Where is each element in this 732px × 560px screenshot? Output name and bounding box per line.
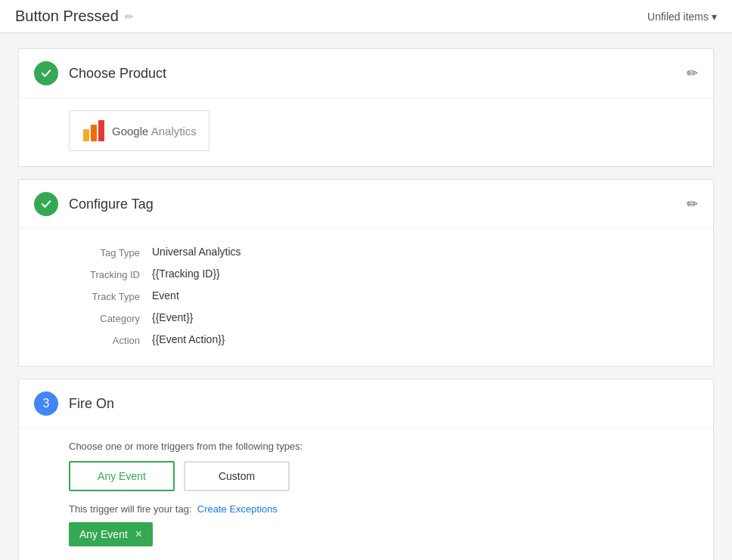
analytics-text: Analytics xyxy=(151,125,197,138)
choose-product-section: Choose Product ✏ Google Analytics xyxy=(18,48,714,167)
fire-on-header: 3 Fire On xyxy=(19,379,713,429)
configure-tag-header-left: Configure Tag xyxy=(34,192,154,216)
configure-tag-section: Configure Tag ✏ Tag Type Universal Analy… xyxy=(18,179,714,367)
field-label-tracking-id: Tracking ID xyxy=(69,268,152,280)
choose-product-body: Google Analytics xyxy=(19,98,713,166)
svg-rect-1 xyxy=(91,125,97,141)
trigger-buttons-group: Any Event Custom xyxy=(69,461,698,491)
field-value-track-type: Event xyxy=(152,289,179,302)
fire-on-header-left: 3 Fire On xyxy=(34,391,114,416)
field-value-tag-type: Universal Analytics xyxy=(152,246,241,258)
field-row-category: Category {{Event}} xyxy=(69,307,698,329)
field-row-action: Action {{Event Action}} xyxy=(69,329,698,351)
field-row-tracking-id: Tracking ID {{Tracking ID}} xyxy=(69,263,698,285)
svg-rect-0 xyxy=(83,129,89,141)
field-value-tracking-id: {{Tracking ID}} xyxy=(152,268,220,280)
title-edit-icon[interactable]: ✏ xyxy=(125,11,134,23)
top-bar: Button Pressed ✏ Unfiled items ▾ xyxy=(0,0,732,33)
fire-on-section: 3 Fire On Choose one or more triggers fr… xyxy=(18,379,714,560)
field-label-category: Category xyxy=(69,311,152,324)
selected-tags-list: Any Event × xyxy=(69,522,698,546)
choose-product-header: Choose Product ✏ xyxy=(19,49,713,98)
tag-chip-close-icon[interactable]: × xyxy=(135,528,142,540)
configure-tag-header: Configure Tag ✏ xyxy=(19,180,713,229)
main-content: Choose Product ✏ Google Analytics xyxy=(0,33,732,560)
triggers-prompt: Choose one or more triggers from the fol… xyxy=(69,441,698,452)
custom-trigger-button[interactable]: Custom xyxy=(184,461,290,491)
choose-product-header-left: Choose Product xyxy=(34,61,166,85)
configure-tag-check-icon xyxy=(34,192,58,216)
unfiled-items-button[interactable]: Unfiled items ▾ xyxy=(647,11,717,23)
choose-product-title: Choose Product xyxy=(69,66,166,82)
field-label-track-type: Track Type xyxy=(69,289,152,302)
choose-product-edit-icon[interactable]: ✏ xyxy=(687,65,698,82)
ga-logo-icon xyxy=(82,119,106,143)
any-event-tag-chip: Any Event × xyxy=(69,522,153,546)
chevron-down-icon: ▾ xyxy=(712,11,717,23)
field-label-tag-type: Tag Type xyxy=(69,246,152,258)
any-event-trigger-button[interactable]: Any Event xyxy=(69,461,175,491)
fire-on-title: Fire On xyxy=(69,396,114,412)
selected-triggers-label: This trigger will fire your tag: Create … xyxy=(69,503,698,515)
choose-product-check-icon xyxy=(34,61,58,85)
field-row-track-type: Track Type Event xyxy=(69,285,698,307)
selected-trigger-text: This trigger will fire your tag: xyxy=(69,503,192,515)
page-title: Button Pressed xyxy=(15,8,119,25)
product-badge: Google Analytics xyxy=(69,110,209,151)
configure-tag-body: Tag Type Universal Analytics Tracking ID… xyxy=(19,229,713,366)
configure-tag-title: Configure Tag xyxy=(69,196,154,212)
tag-chip-label: Any Event xyxy=(79,528,128,540)
create-exceptions-link[interactable]: Create Exceptions xyxy=(197,503,278,515)
fire-on-step-number: 3 xyxy=(34,391,58,416)
fire-on-body: Choose one or more triggers from the fol… xyxy=(19,429,713,560)
field-value-category: {{Event}} xyxy=(152,311,194,323)
field-label-action: Action xyxy=(69,333,152,346)
field-row-tag-type: Tag Type Universal Analytics xyxy=(69,241,698,263)
svg-rect-2 xyxy=(98,120,104,141)
unfiled-items-label: Unfiled items xyxy=(647,11,709,23)
configure-tag-edit-icon[interactable]: ✏ xyxy=(687,196,698,212)
google-text: Google xyxy=(112,125,151,138)
field-value-action: {{Event Action}} xyxy=(152,333,225,345)
tag-fields: Tag Type Universal Analytics Tracking ID… xyxy=(69,241,698,351)
google-analytics-label: Google Analytics xyxy=(112,125,197,138)
top-bar-title-group: Button Pressed ✏ xyxy=(15,8,134,25)
